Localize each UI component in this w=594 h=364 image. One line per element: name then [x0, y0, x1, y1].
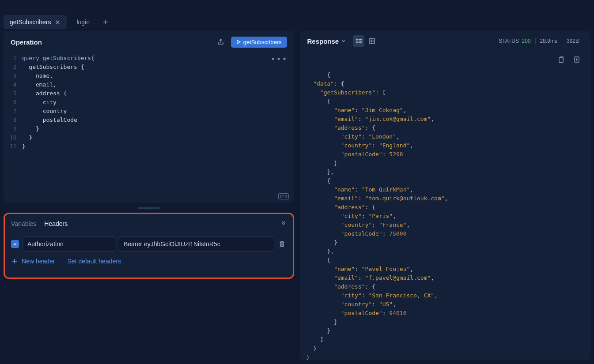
tab-login[interactable]: login: [70, 15, 96, 29]
tab-label: login: [76, 19, 90, 26]
tab-getsubscribers[interactable]: getSubscribers: [4, 15, 67, 29]
query-editor[interactable]: 1234567891011 query getSubscribers{ getS…: [4, 52, 294, 191]
download-icon[interactable]: [571, 54, 583, 65]
chevron-down-icon: [341, 39, 346, 43]
tab-variables[interactable]: Variables: [11, 220, 36, 227]
collapse-icon[interactable]: [280, 221, 287, 227]
header-enabled-checkbox[interactable]: [11, 240, 19, 248]
operation-panel: Operation getSubscribers 1234567891011 q…: [4, 31, 294, 203]
plus-icon: [11, 258, 18, 265]
tabs-row: getSubscribers login: [0, 13, 594, 31]
copy-icon[interactable]: [555, 54, 567, 65]
new-header-button[interactable]: New header: [11, 258, 55, 265]
share-icon[interactable]: [215, 36, 227, 48]
app-topbar: [0, 0, 594, 13]
add-tab-button[interactable]: [99, 16, 112, 28]
run-operation-button[interactable]: getSubscribers: [231, 37, 287, 48]
delete-header-icon[interactable]: [278, 240, 287, 248]
resize-handle[interactable]: [4, 206, 294, 209]
response-body[interactable]: { "data": { "getSubscribers": [ { "name"…: [300, 51, 591, 360]
header-key-input[interactable]: [23, 236, 115, 251]
response-panel: Response STATUS 200 28.9ms 3: [300, 31, 591, 360]
set-default-headers-button[interactable]: Set default headers: [68, 258, 121, 265]
headers-panel: Variables Headers: [4, 213, 294, 279]
json-view-button[interactable]: [353, 35, 364, 47]
response-size: 392B: [562, 38, 583, 44]
close-icon[interactable]: [54, 19, 61, 25]
run-label: getSubscribers: [243, 39, 282, 45]
keyboard-shortcuts-icon[interactable]: [278, 193, 289, 199]
status-label: STATUS 200: [494, 38, 535, 44]
header-value-input[interactable]: [119, 236, 274, 251]
response-time: 28.9ms: [536, 38, 562, 44]
tab-headers[interactable]: Headers: [44, 220, 68, 227]
operation-title: Operation: [11, 38, 42, 46]
header-row: [11, 236, 287, 251]
tab-label: getSubscribers: [10, 19, 51, 26]
svg-rect-1: [559, 58, 563, 63]
response-title[interactable]: Response: [307, 38, 346, 45]
editor-menu-icon[interactable]: •••: [271, 55, 288, 64]
table-view-button[interactable]: [366, 35, 378, 47]
